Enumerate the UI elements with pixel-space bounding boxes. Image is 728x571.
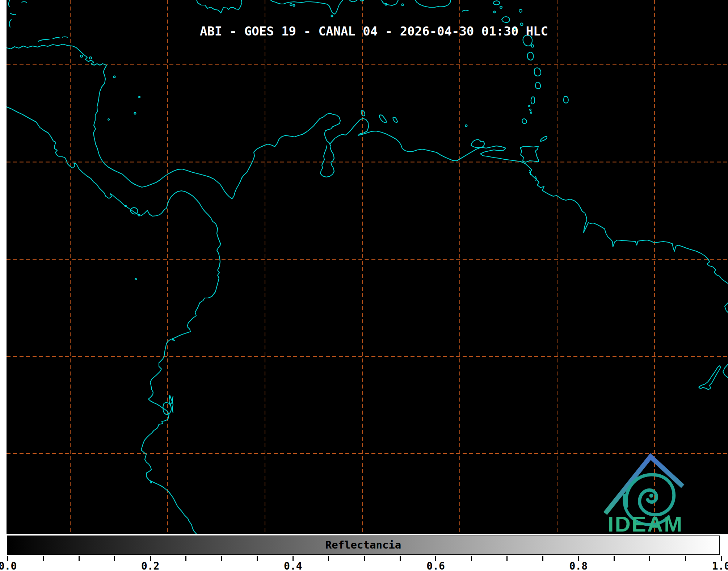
colorbar-tick-label: 0.4	[284, 560, 302, 571]
colorbar-tick-label: 0.6	[426, 560, 445, 571]
colorbar-minor-tick	[542, 556, 543, 561]
colorbar-minor-tick	[400, 556, 401, 561]
colorbar-minor-tick	[79, 556, 80, 561]
colorbar-minor-tick	[649, 556, 650, 561]
colorbar-minor-tick	[614, 556, 615, 561]
colorbar-minor-tick	[114, 556, 115, 561]
logo-swirl-eye	[649, 494, 653, 498]
colorbar-label: Reflectancia	[325, 539, 401, 551]
colorbar-minor-tick	[364, 556, 365, 561]
colorbar-minor-tick	[257, 556, 258, 561]
colorbar-minor-tick	[43, 556, 44, 561]
colorbar-minor-tick	[506, 556, 508, 561]
colorbar-minor-tick	[221, 556, 222, 561]
map-canvas: IDEAM	[0, 0, 728, 534]
colorbar-tick-label: 0.2	[141, 560, 160, 571]
colorbar-tick-label: 0.0	[0, 560, 17, 571]
satellite-image-viewer: IDEAM ABI - GOES 19 - CANAL 04 - 2026-04…	[0, 0, 728, 571]
logo-wordmark: IDEAM	[608, 512, 683, 534]
colorbar-tick-label: 1.0	[712, 560, 728, 571]
image-title: ABI - GOES 19 - CANAL 04 - 2026-04-30 01…	[200, 24, 548, 38]
colorbar: Reflectancia	[7, 536, 720, 555]
colorbar-minor-tick	[685, 556, 686, 561]
colorbar-minor-tick	[328, 556, 329, 561]
colorbar-minor-tick	[185, 556, 186, 561]
colorbar-tick-label: 0.8	[569, 560, 588, 571]
colorbar-minor-tick	[471, 556, 472, 561]
